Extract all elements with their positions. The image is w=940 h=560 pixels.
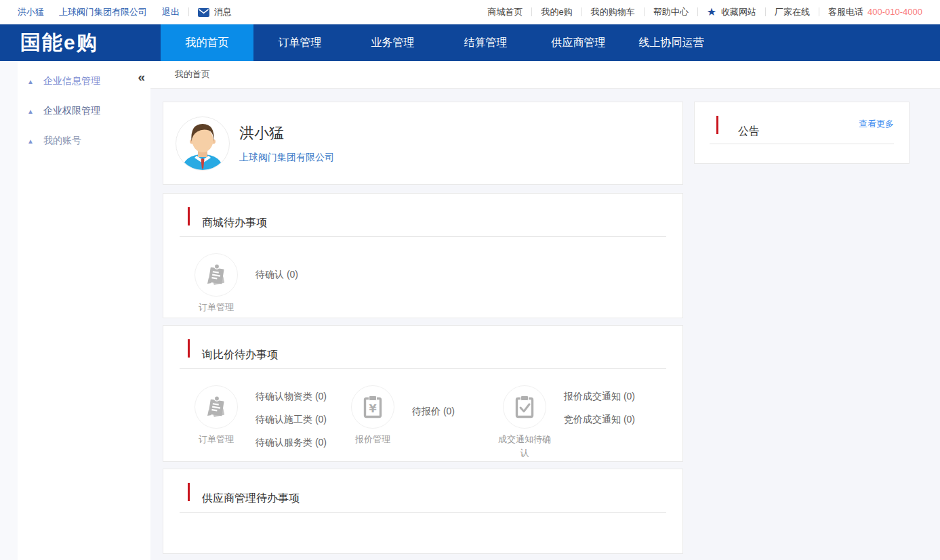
logout-link[interactable]: 退出 (162, 6, 180, 18)
red-accent-bar (716, 116, 718, 134)
icon-label: 报价管理 (355, 433, 390, 446)
icon-label: 成交通知待确认 (497, 433, 552, 459)
quote-management-entry[interactable]: ¥ 报价管理 (343, 385, 403, 446)
profile-name: 洪小猛 (239, 123, 334, 144)
my-egou-link[interactable]: 我的e购 (541, 6, 572, 18)
divider (697, 7, 698, 16)
mall-home-link[interactable]: 商城首页 (487, 6, 523, 18)
breadcrumb: 我的首页 (150, 61, 940, 89)
section-body: 订单管理 待确认物资类 (0) 待确认施工类 (0) 待确认服务类 (0) (180, 369, 666, 459)
order-management-entry[interactable]: 订单管理 (186, 385, 246, 446)
todo-item-construction[interactable]: 待确认施工类 (0) (256, 408, 327, 431)
side-column: 公告 查看更多 (694, 102, 910, 164)
tab-my-home[interactable]: 我的首页 (161, 24, 253, 61)
todo-items: 待确认物资类 (0) 待确认施工类 (0) 待确认服务类 (0) (256, 385, 327, 454)
content-body: 洪小猛 上球阀门集团有限公司 商城待办事项 (150, 89, 940, 560)
divider (188, 7, 189, 16)
tab-online-collaboration[interactable]: 线上协同运营 (625, 24, 718, 61)
star-icon[interactable]: ★ (707, 7, 716, 18)
section-header: 供应商管理待办事项 (180, 483, 666, 506)
red-accent-bar (188, 339, 190, 358)
my-cart-link[interactable]: 我的购物车 (591, 6, 635, 18)
divider (531, 7, 532, 16)
yuan-clipboard-icon: ¥ (351, 385, 394, 429)
memo-icon (195, 385, 238, 429)
message-envelope-icon[interactable] (198, 8, 209, 17)
order-management-group: 订单管理 待确认 (0) (186, 253, 298, 314)
sidebar-item-label: 我的账号 (43, 135, 81, 147)
sidebar-collapse-icon[interactable]: « (138, 70, 145, 85)
section-body: 订单管理 待确认 (0) (180, 237, 666, 314)
service-phone-number: 400-010-4000 (867, 7, 922, 17)
red-accent-bar (188, 483, 190, 501)
announcement-divider (710, 144, 894, 144)
profile-info: 洪小猛 上球阀门集团有限公司 (239, 123, 334, 164)
icon-label: 订单管理 (199, 433, 234, 446)
order-management-entry[interactable]: 订单管理 (186, 253, 246, 314)
tab-order-management[interactable]: 订单管理 (253, 24, 346, 61)
main-layout: « ▲ 企业信息管理 ▲ 企业权限管理 ▲ 我的账号 我的首页 (0, 61, 940, 560)
order-management-group: 订单管理 待确认物资类 (0) 待确认施工类 (0) 待确认服务类 (0) (186, 385, 327, 459)
username-link[interactable]: 洪小猛 (18, 6, 44, 18)
announcement-header: 公告 查看更多 (716, 116, 894, 139)
favorite-site-link[interactable]: 收藏网站 (721, 6, 756, 18)
todo-items: 报价成交通知 (0) 竞价成交通知 (0) (564, 385, 635, 431)
deal-notice-group: 成交通知待确认 报价成交通知 (0) 竞价成交通知 (0) (495, 385, 635, 459)
todo-items: 待报价 (0) (412, 385, 455, 423)
factory-online-link[interactable]: 厂家在线 (775, 6, 810, 18)
sidebar-item-company-permissions[interactable]: ▲ 企业权限管理 (0, 96, 150, 126)
main-column: 洪小猛 上球阀门集团有限公司 商城待办事项 (163, 102, 683, 554)
inquiry-todo-card: 询比价待办事项 (163, 325, 683, 462)
message-link[interactable]: 消息 (214, 6, 232, 18)
section-header: 询比价待办事项 (180, 339, 666, 362)
svg-text:¥: ¥ (369, 402, 376, 415)
topbar-right: 商城首页 我的e购 我的购物车 帮助中心 ★ 收藏网站 厂家在线 客服电话 40… (487, 6, 922, 18)
sidebar-item-label: 企业权限管理 (43, 105, 100, 117)
memo-icon (195, 253, 238, 297)
triangle-up-icon: ▲ (27, 108, 34, 115)
todo-item-service[interactable]: 待确认服务类 (0) (256, 431, 327, 454)
todo-items: 待确认 (0) (256, 253, 298, 286)
breadcrumb-label: 我的首页 (175, 68, 210, 81)
company-link[interactable]: 上球阀门集团有限公司 (59, 6, 147, 18)
main-nav: 国能e购 我的首页 订单管理 业务管理 结算管理 供应商管理 线上协同运营 (0, 24, 940, 61)
topbar-left: 洪小猛 上球阀门集团有限公司 退出 消息 (18, 6, 232, 18)
quote-management-group: ¥ 报价管理 待报价 (0) (343, 385, 455, 459)
profile-card: 洪小猛 上球阀门集团有限公司 (163, 102, 683, 185)
service-phone-label: 客服电话 (828, 6, 863, 18)
mall-todo-card: 商城待办事项 (163, 193, 683, 318)
divider (765, 7, 766, 16)
help-center-link[interactable]: 帮助中心 (653, 6, 689, 18)
todo-item-bid-deal-notice[interactable]: 竞价成交通知 (0) (564, 408, 635, 431)
todo-item-material[interactable]: 待确认物资类 (0) (256, 385, 327, 408)
section-header: 商城待办事项 (180, 207, 666, 230)
todo-item-pending-quote[interactable]: 待报价 (0) (412, 400, 455, 423)
sidebar-item-my-account[interactable]: ▲ 我的账号 (0, 126, 150, 156)
red-accent-bar (188, 207, 190, 225)
todo-item-quote-deal-notice[interactable]: 报价成交通知 (0) (564, 385, 635, 408)
triangle-up-icon: ▲ (27, 78, 34, 85)
divider (819, 7, 819, 16)
triangle-up-icon: ▲ (27, 137, 34, 145)
deal-notice-entry[interactable]: 成交通知待确认 (495, 385, 554, 459)
icon-label: 订单管理 (199, 301, 234, 314)
section-title: 询比价待办事项 (202, 348, 278, 362)
profile-company-link[interactable]: 上球阀门集团有限公司 (239, 152, 334, 164)
avatar (176, 116, 230, 171)
todo-item-pending-confirm[interactable]: 待确认 (0) (256, 263, 298, 286)
sidebar-item-company-info[interactable]: ▲ 企业信息管理 (0, 66, 150, 96)
tab-business-management[interactable]: 业务管理 (346, 24, 439, 61)
sidebar: « ▲ 企业信息管理 ▲ 企业权限管理 ▲ 我的账号 (0, 61, 150, 560)
section-title: 供应商管理待办事项 (202, 492, 300, 506)
announcement-card: 公告 查看更多 (694, 102, 910, 164)
section-divider (180, 512, 666, 513)
section-title: 商城待办事项 (202, 216, 267, 230)
sidebar-item-label: 企业信息管理 (43, 75, 100, 87)
tab-supplier-management[interactable]: 供应商管理 (532, 24, 625, 61)
tab-settlement-management[interactable]: 结算管理 (439, 24, 532, 61)
announcement-title: 公告 (738, 125, 760, 139)
view-more-link[interactable]: 查看更多 (859, 118, 894, 139)
check-clipboard-icon (503, 385, 546, 429)
logo[interactable]: 国能e购 (0, 24, 161, 61)
top-utility-bar: 洪小猛 上球阀门集团有限公司 退出 消息 商城首页 我的e购 我的购物车 帮助中… (0, 0, 940, 24)
